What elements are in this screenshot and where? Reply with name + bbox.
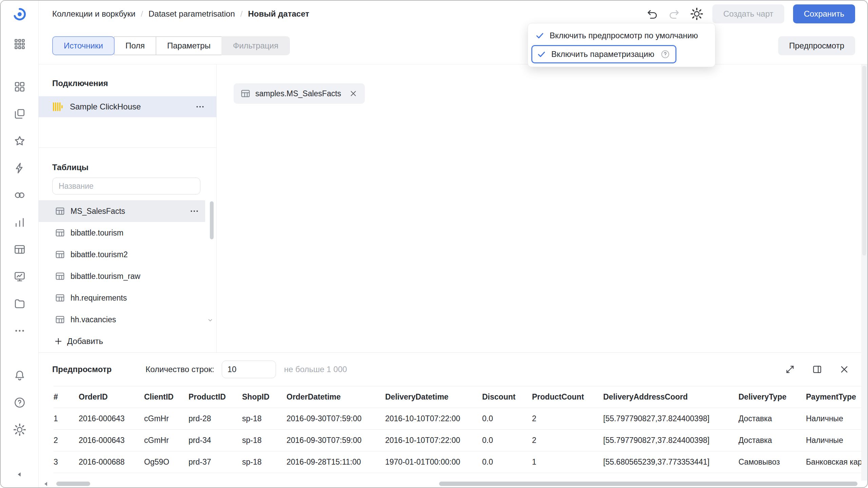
preview-table-cell: prd-37 [189, 451, 242, 473]
scroll-left-arrow[interactable] [43, 481, 48, 488]
preview-column-header: ProductID [189, 386, 242, 408]
sources-canvas: samples.MS_SalesFacts [217, 64, 867, 352]
table-item-label: hh.requirements [71, 293, 127, 303]
table-list-item[interactable]: hh.vacancies [39, 309, 205, 330]
rail-item-storage[interactable] [13, 297, 26, 310]
rail-item-datasets[interactable] [13, 243, 26, 256]
settings-menu: Включить предпросмотр по умолчанию Включ… [528, 23, 715, 67]
preview-table-cell: [55.680565239,37.773353441] [603, 451, 738, 473]
breadcrumb-collections[interactable]: Коллекции и воркбуки [52, 9, 135, 19]
collapse-arrow-icon [15, 470, 24, 479]
table-list-item[interactable]: MS_SalesFacts [39, 200, 205, 222]
preview-table-cell: prd-34 [189, 430, 242, 451]
table-list-item[interactable]: bibattle.tourism [39, 222, 205, 244]
add-table-button[interactable]: Добавить [50, 334, 106, 349]
rail-item-charts[interactable] [13, 216, 26, 229]
breadcrumb-workbook[interactable]: Dataset parametrisation [149, 9, 235, 19]
remove-source-button[interactable] [349, 89, 358, 98]
table-list-item[interactable]: hh.requirements [39, 287, 205, 309]
notifications-button[interactable] [13, 369, 26, 382]
redo-button[interactable] [668, 7, 681, 21]
triangle-left-icon [43, 481, 48, 487]
rail-item-connections[interactable] [13, 161, 26, 175]
table-search-input[interactable] [52, 178, 200, 195]
preview-column-header: ShopID [242, 386, 287, 408]
preview-scrollbar-thumb[interactable] [439, 482, 857, 486]
sources-panel: Подключения Sample ClickHouse Таблицы MS… [39, 64, 217, 352]
rail-item-more[interactable] [13, 324, 26, 338]
gear-icon [14, 424, 26, 436]
preview-table-cell: 2 [532, 430, 603, 451]
connections-heading: Подключения [52, 79, 216, 88]
settings-button[interactable] [13, 423, 26, 436]
panel-right-icon [812, 364, 822, 374]
preview-table-cell: [55.797790827,37.824400398] [603, 430, 738, 451]
preview-table-cell: Доставка [738, 408, 806, 430]
table-icon [240, 88, 251, 99]
tables-scrollbar-thumb[interactable] [210, 201, 214, 239]
preview-table-cell: sp-18 [242, 408, 287, 430]
tab-fields[interactable]: Поля [114, 36, 156, 55]
dataset-tabs: Источники Поля Параметры Фильтрация [52, 36, 290, 55]
preview-table-cell: sp-18 [242, 451, 287, 473]
horizontal-scrollbar [39, 481, 867, 487]
ellipsis-icon [195, 102, 205, 112]
redo-icon [668, 8, 680, 20]
rail-item-layers[interactable] [13, 107, 26, 121]
table-list-item[interactable]: bibattle.tourism_raw [39, 265, 205, 287]
save-button[interactable]: Сохранить [793, 4, 855, 23]
tab-sources[interactable]: Источники [52, 36, 115, 55]
table-icon [55, 293, 65, 303]
table-list-item[interactable]: bibattle.tourism2 [39, 244, 205, 265]
main-area: Коллекции и воркбуки / Dataset parametri… [39, 1, 867, 487]
preview-columns-row: #OrderIDClientIDProductIDShopIDOrderDate… [54, 386, 867, 408]
table-item-menu-button[interactable] [188, 205, 200, 217]
expand-preview-button[interactable] [783, 363, 797, 376]
connection-item[interactable]: Sample ClickHouse [39, 96, 216, 117]
tab-parameters[interactable]: Параметры [156, 36, 222, 55]
row-count-input[interactable] [222, 361, 276, 378]
collapse-sidebar-button[interactable] [13, 468, 26, 481]
table-icon [55, 206, 65, 216]
preview-toggle-button[interactable]: Предпросмотр [778, 36, 855, 55]
rail-item-circles[interactable] [13, 188, 26, 202]
menu-item-parametrisation[interactable]: Включить параметризацию [531, 45, 676, 63]
panel-divider [39, 147, 216, 148]
preview-column-header: DeliveryAddressCoord [603, 386, 738, 408]
row-count-hint: не больше 1 000 [284, 365, 347, 374]
rail-item-favorites[interactable] [13, 134, 26, 148]
datalens-logo-icon[interactable] [13, 7, 26, 21]
rail-item-squares[interactable] [13, 80, 26, 94]
preview-table-cell: 1970-01-01T00:00:00 [385, 451, 482, 473]
panel-scrollbar-thumb[interactable] [56, 482, 90, 486]
parametrisation-help-icon[interactable] [660, 49, 670, 59]
close-icon [839, 364, 849, 374]
apps-grid-icon[interactable] [13, 37, 26, 51]
table-icon [55, 228, 65, 238]
preview-table-cell: 1 [532, 451, 603, 473]
tab-filtering[interactable]: Фильтрация [221, 36, 290, 55]
vertical-scrollbar-thumb[interactable] [862, 66, 866, 256]
close-preview-button[interactable] [837, 363, 851, 376]
table-item-label: MS_SalesFacts [71, 207, 125, 216]
source-table-chip[interactable]: samples.MS_SalesFacts [234, 83, 365, 104]
preview-column-header: # [54, 386, 79, 408]
scroll-down-chevron[interactable] [206, 316, 215, 326]
dock-preview-button[interactable] [810, 363, 824, 376]
layers-icon [14, 108, 26, 120]
menu-item-preview-default[interactable]: Включить предпросмотр по умолчанию [528, 26, 715, 45]
help-button[interactable] [13, 396, 26, 409]
connection-menu-button[interactable] [194, 101, 206, 113]
preview-title: Предпросмотр [52, 365, 112, 374]
preview-table-cell: 0.0 [482, 408, 532, 430]
undo-button[interactable] [645, 7, 659, 21]
question-circle-icon [660, 49, 670, 59]
breadcrumb: Коллекции и воркбуки / Dataset parametri… [52, 9, 309, 19]
table-icon [55, 314, 65, 325]
preview-column-header: DeliveryDatetime [385, 386, 482, 408]
dataset-settings-button[interactable] [690, 7, 704, 21]
preview-table-cell: Доставка [738, 430, 806, 451]
rail-item-dashboards[interactable] [13, 270, 26, 283]
create-chart-button[interactable]: Создать чарт [712, 4, 784, 23]
connection-name: Sample ClickHouse [70, 102, 141, 111]
